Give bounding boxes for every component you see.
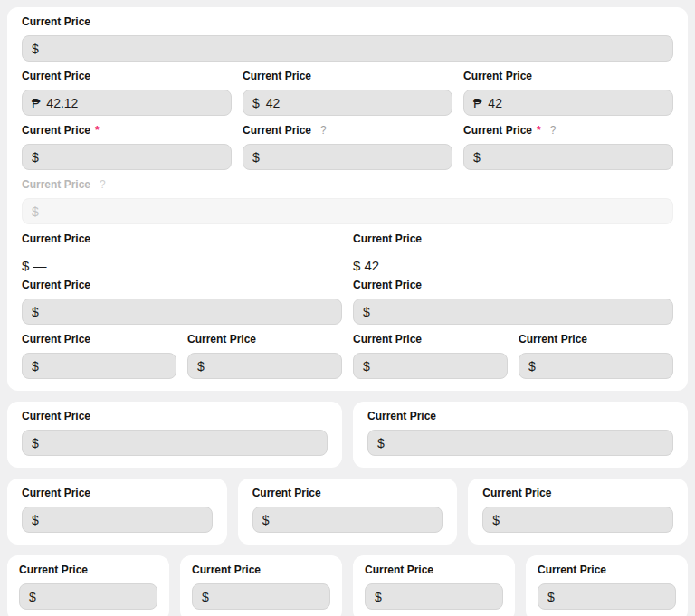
currency-prefix: $ — [377, 436, 385, 450]
currency-prefix: $ — [547, 590, 555, 604]
currency-prefix: $ — [363, 305, 370, 319]
price-input[interactable]: $ — [367, 430, 673, 456]
price-input[interactable]: $ — [482, 507, 673, 533]
field-label: Current Price — [463, 70, 532, 82]
field-label: Current Price — [365, 564, 433, 576]
price-input[interactable]: $ — [252, 507, 443, 533]
price-field-card: Current Price $ — [7, 479, 227, 545]
price-field: Current Price $ — [353, 333, 508, 379]
price-field: Current Price $ — [365, 564, 503, 610]
price-input[interactable]: $ — [22, 144, 232, 170]
price-input[interactable]: $ — [353, 353, 508, 379]
price-value: 42.12 — [46, 96, 78, 110]
currency-prefix: $ — [32, 359, 39, 374]
price-field: Current Price $ — [482, 487, 673, 533]
price-field: Current Price $ — [252, 487, 443, 533]
price-input[interactable]: $ — [22, 299, 342, 325]
price-field-default: Current Price $ — [22, 15, 673, 62]
price-field: Current Price $ — [538, 564, 676, 610]
readonly-row: Current Price $ — Current Price $ 42 — [22, 232, 673, 270]
field-label: Current Price — [482, 487, 551, 499]
currency-prefix: $ — [202, 590, 209, 604]
price-input[interactable]: $ — [22, 507, 213, 533]
field-label: Current Price — [19, 564, 88, 576]
price-field: Current Price $ — [19, 564, 157, 610]
two-column-row: Current Price $ Current Price $ — [22, 279, 673, 325]
price-input[interactable]: $ 42 — [243, 90, 452, 116]
price-field-disabled: Current Price ? $ — [22, 178, 673, 224]
price-field: Current Price $ — [22, 410, 328, 456]
currency-prefix: $ — [528, 359, 536, 374]
field-label: Current Price — [22, 70, 90, 82]
price-field-card: Current Price $ — [7, 402, 342, 468]
price-input[interactable]: $ — [243, 144, 452, 170]
field-label: Current Price — [243, 70, 311, 82]
currency-prefix: $ — [252, 96, 260, 110]
price-readonly-value: $ 42 — [353, 252, 673, 270]
price-field: Current Price $ — [22, 487, 213, 533]
field-label: Current Price — [252, 487, 321, 499]
field-label: Current Price — [22, 279, 90, 291]
price-field: Current Price $ — [519, 333, 673, 379]
currency-prefix: $ — [32, 305, 39, 319]
price-input[interactable]: $ — [353, 299, 673, 325]
field-label: Current Price — [22, 178, 90, 191]
price-input[interactable]: $ — [22, 35, 673, 62]
field-label: Current Price — [192, 564, 261, 576]
price-input[interactable]: $ — [365, 583, 503, 610]
price-field-required: Current Price * $ — [22, 124, 232, 170]
help-icon[interactable]: ? — [320, 124, 327, 137]
price-field: Current Price $ — [22, 333, 176, 379]
price-field: Current Price $ — [353, 279, 673, 325]
field-label: Current Price — [463, 124, 532, 137]
currency-prefix: $ — [197, 359, 205, 374]
price-input[interactable]: $ — [19, 583, 157, 610]
field-label-row: Current Price — [22, 15, 673, 28]
currency-prefix: $ — [252, 150, 260, 165]
currency-prefix: $ — [473, 150, 481, 165]
field-label: Current Price — [22, 232, 90, 245]
price-input[interactable]: $ — [538, 583, 676, 610]
help-icon[interactable]: ? — [550, 124, 557, 137]
currency-prefix: $ — [29, 590, 36, 604]
price-input[interactable]: ₱ 42.12 — [22, 90, 232, 116]
price-input[interactable]: $ — [463, 144, 673, 170]
price-input[interactable]: $ — [187, 353, 342, 379]
field-label: Current Price — [519, 333, 587, 346]
price-field-required-with-help: Current Price * ? $ — [463, 124, 673, 170]
price-field-card: Current Price $ — [353, 555, 515, 616]
field-label: Current Price — [243, 124, 311, 137]
field-label: Current Price — [353, 279, 422, 291]
price-field-card: Current Price $ — [238, 479, 458, 545]
price-field-php-int: Current Price ₱ 42 — [463, 70, 673, 116]
field-label: Current Price — [353, 333, 422, 346]
field-label: Current Price — [22, 15, 90, 28]
currency-prefix: $ — [492, 513, 500, 527]
currency-prefix: $ — [32, 513, 39, 527]
price-field-usd-int: Current Price $ 42 — [243, 70, 452, 116]
marker-variants-row: Current Price * $ Current Price ? $ Curr — [22, 124, 673, 170]
field-label: Current Price — [353, 232, 422, 245]
price-input[interactable]: $ — [22, 353, 176, 379]
price-input[interactable]: $ — [519, 353, 673, 379]
price-field-card: Current Price $ — [180, 555, 342, 616]
currency-prefix: ₱ — [32, 96, 40, 110]
currency-prefix: $ — [262, 513, 270, 527]
price-input[interactable]: $ — [192, 583, 330, 610]
price-input-disabled: $ — [22, 198, 673, 224]
currency-prefix: $ — [363, 359, 370, 374]
field-label: Current Price — [22, 124, 90, 137]
price-field: Current Price $ — [187, 333, 342, 379]
price-input[interactable]: $ — [22, 430, 328, 456]
field-label: Current Price — [22, 487, 90, 499]
price-input[interactable]: ₱ 42 — [463, 90, 673, 116]
price-value: 42 — [488, 96, 502, 110]
two-card-row: Current Price $ Current Price $ — [7, 402, 688, 468]
currency-prefix: $ — [32, 150, 39, 165]
price-field-showcase-page: Current Price $ Current Price ₱ 42.12 Cu… — [0, 0, 695, 616]
price-field-card: Current Price $ — [353, 402, 688, 468]
required-marker: * — [537, 124, 541, 137]
required-marker: * — [95, 124, 100, 137]
currency-prefix: $ — [32, 204, 39, 219]
currency-prefix: ₱ — [473, 96, 481, 110]
